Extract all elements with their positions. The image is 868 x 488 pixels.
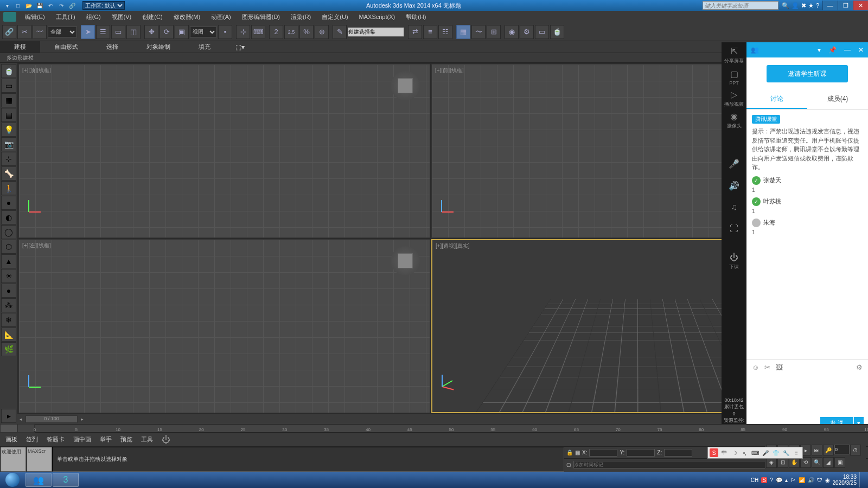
tab-preview[interactable]: 预览 [120, 435, 132, 444]
hedra-icon[interactable]: ◐ [1, 210, 16, 224]
time-slider[interactable]: ◂ 0 / 100 ▸ [17, 414, 844, 424]
ime-mode[interactable]: 中 [720, 448, 729, 457]
app-menu-icon[interactable]: ▾ [2, 1, 12, 10]
settings-icon[interactable]: ⚙ [856, 363, 863, 371]
snap-2d-icon[interactable]: 2 [269, 25, 283, 39]
teapot-icon[interactable]: 🍵 [1, 64, 16, 78]
ribbon-tab-object-paint[interactable]: 对象绘制 [132, 41, 184, 53]
undo-icon[interactable]: ↶ [46, 1, 55, 10]
play-arrow-icon[interactable]: ▸ [1, 409, 16, 423]
graphite-toggle-icon[interactable]: ▦ [456, 25, 470, 39]
light-icon[interactable]: 💡 [1, 123, 16, 137]
layer-manager-icon[interactable]: ☷ [438, 25, 452, 39]
music-icon[interactable]: ♫ [722, 196, 746, 218]
move-icon[interactable]: ✥ [144, 25, 158, 39]
status-maxscript[interactable]: MAXScr [26, 447, 52, 472]
time-config-icon[interactable]: ⏱ [850, 445, 861, 455]
menu-group[interactable]: 组(G) [81, 11, 106, 23]
snow-icon[interactable]: ❄ [1, 313, 16, 327]
infocenter-icon[interactable]: 🔍 [782, 2, 789, 9]
tray-sogou-icon[interactable]: S [761, 477, 767, 483]
open-icon[interactable]: 📂 [24, 1, 34, 10]
exchange-icon[interactable]: ✖ [801, 2, 806, 9]
trackbar-mode-icon[interactable] [17, 424, 35, 433]
goto-end-icon[interactable]: ⏭ [812, 445, 822, 455]
render-icon[interactable]: 🍵 [550, 25, 564, 39]
tray-shield-icon[interactable]: 🛡 [817, 477, 822, 483]
pivot-center-icon[interactable]: ▪ [218, 25, 232, 39]
ime-punct-icon[interactable]: •, [741, 448, 749, 457]
curve-editor-icon[interactable]: 〜 [471, 25, 486, 39]
ime-menu-icon[interactable]: ≡ [792, 448, 801, 457]
task-classroom[interactable]: 👥 [25, 473, 52, 487]
track-next-icon[interactable]: ▸ [81, 416, 84, 422]
bind-spacewarp-icon[interactable]: 〰 [33, 25, 47, 39]
bone-icon[interactable]: 🦴 [1, 166, 16, 181]
lock-icon[interactable]: 🔒 [566, 450, 573, 455]
plane-icon[interactable]: ▭ [1, 79, 16, 93]
ime-voice-icon[interactable]: 🎤 [761, 448, 770, 457]
ime-moon-icon[interactable]: ☽ [730, 448, 739, 457]
invite-students-button[interactable]: 邀请学生听课 [767, 65, 848, 82]
zoom-icon[interactable]: 🔍 [812, 457, 822, 468]
window-crossing-icon[interactable]: ◫ [126, 25, 141, 39]
ime-tool-icon[interactable]: 🔧 [782, 448, 790, 457]
menu-help[interactable]: 帮助(H) [400, 11, 431, 23]
current-frame-input[interactable] [834, 445, 850, 454]
help-icon[interactable]: ? [816, 2, 819, 9]
tab-members[interactable]: 成员(4) [807, 90, 868, 109]
tray-help-icon[interactable]: ? [770, 477, 773, 483]
end-class-button[interactable]: ⏻下课 [722, 251, 746, 272]
menu-customize[interactable]: 自定义(U) [316, 11, 353, 23]
ribbon-tab-populate[interactable]: 填充 [184, 41, 225, 53]
named-selection-input[interactable] [348, 27, 404, 37]
tray-up-icon[interactable]: ▴ [785, 477, 788, 483]
sphere-tool-icon[interactable]: ● [1, 196, 16, 210]
menu-animation[interactable]: 动画(A) [206, 11, 237, 23]
ribbon-toggle-icon[interactable]: ⬚▾ [235, 43, 245, 51]
menu-maxscript[interactable]: MAXScript(X) [354, 12, 401, 22]
coord-toggle-icon[interactable]: ▦ [575, 450, 580, 455]
unlink-icon[interactable]: ✂ [17, 25, 31, 39]
tab-signin[interactable]: 签到 [26, 435, 38, 444]
schematic-view-icon[interactable]: ⊞ [487, 25, 501, 39]
snap-percent-icon[interactable]: % [299, 25, 314, 39]
sun-icon[interactable]: ☀ [1, 269, 16, 283]
x-input[interactable] [589, 449, 617, 457]
help-search-input[interactable] [703, 1, 778, 10]
emoji-icon[interactable]: ☺ [752, 363, 759, 371]
trackbar-toggle-icon[interactable] [0, 424, 17, 433]
fullscreen-icon[interactable]: ⛶ [722, 218, 746, 240]
omni-icon[interactable]: ● [1, 284, 16, 298]
time-slider-thumb[interactable]: 0 / 100 [25, 415, 78, 423]
material-editor-icon[interactable]: ◉ [505, 25, 519, 39]
ime-soft-kbd-icon[interactable]: ⌨ [751, 448, 760, 457]
start-button[interactable] [0, 472, 25, 488]
select-link-icon[interactable]: 🔗 [2, 25, 16, 39]
share-screen-button[interactable]: ⇱分享屏幕 [722, 44, 746, 66]
menu-edit[interactable]: 编辑(E) [20, 11, 50, 23]
ref-coord-system[interactable]: 视图 [190, 27, 217, 37]
tray-clock[interactable]: 18:33 2020/3/25 [833, 474, 857, 486]
render-setup-icon[interactable]: ⚙ [520, 25, 534, 39]
classroom-close-icon[interactable]: ✕ [858, 46, 864, 54]
max-viewport-icon[interactable]: ▣ [834, 457, 845, 468]
minimize-button[interactable]: — [822, 1, 838, 10]
rect-select-icon[interactable]: ▭ [111, 25, 125, 39]
tray-360-icon[interactable]: ◉ [825, 477, 830, 483]
spray-icon[interactable]: ⁂ [1, 298, 16, 312]
keyboard-shortcut-icon[interactable]: ⌨ [251, 25, 265, 39]
ppt-button[interactable]: ▢PPT [722, 66, 746, 88]
ribbon-tab-freeform[interactable]: 自由形式 [40, 41, 92, 53]
box-icon[interactable]: ▦ [1, 93, 16, 107]
viewport-left[interactable]: [+][左][线框] [18, 239, 430, 413]
grid-icon[interactable]: ▤ [1, 108, 16, 122]
select-name-icon[interactable]: ☰ [96, 25, 110, 39]
save-icon[interactable]: 💾 [35, 1, 44, 10]
mirror-icon[interactable]: ⇄ [408, 25, 422, 39]
tray-net-icon[interactable]: 📶 [799, 477, 805, 483]
torus-icon[interactable]: ◯ [1, 225, 16, 239]
show-desktop-button[interactable] [859, 472, 864, 487]
menu-rendering[interactable]: 渲染(R) [285, 11, 316, 23]
helper-icon[interactable]: ⊹ [1, 152, 16, 166]
